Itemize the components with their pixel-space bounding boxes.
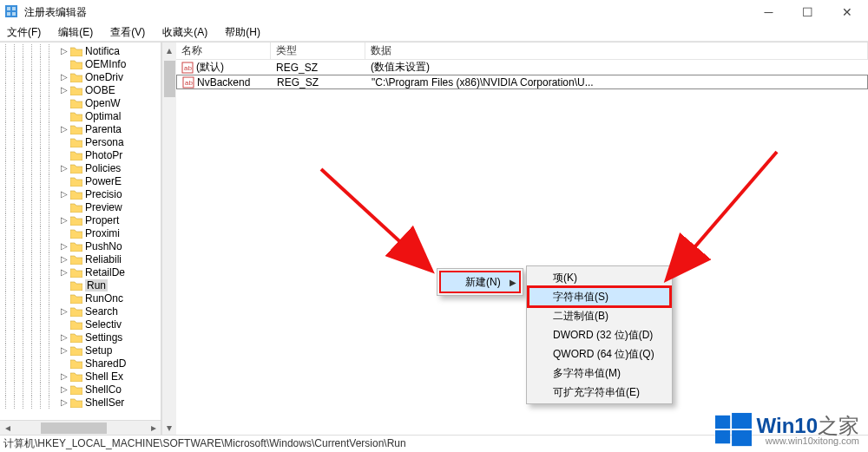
tree-item-shellco[interactable]: ▷ShellCo: [5, 383, 161, 396]
folder-icon: [70, 319, 82, 330]
tree-expander-icon[interactable]: [59, 176, 69, 186]
tree-expander-icon[interactable]: ▷: [59, 85, 69, 95]
submenu-item[interactable]: 多字符串值(M): [529, 364, 670, 383]
menu-file[interactable]: 文件(F): [3, 23, 44, 42]
tree-item-onedriv[interactable]: ▷OneDriv: [5, 70, 161, 83]
tree-expander-icon[interactable]: ▷: [59, 306, 69, 316]
tree-item-search[interactable]: ▷Search: [5, 305, 161, 318]
tree-expander-icon[interactable]: ▷: [59, 397, 69, 407]
tree-item-run[interactable]: Run: [5, 278, 161, 292]
tree-expander-icon[interactable]: ▷: [59, 72, 69, 82]
list-row[interactable]: NvBackendREG_SZ"C:\Program Files (x86)\N…: [176, 75, 868, 89]
tree-pane[interactable]: ▷NotificaOEMInfo▷OneDriv▷OOBEOpenWOptima…: [0, 43, 161, 435]
tree-expander-icon[interactable]: ▷: [59, 241, 69, 251]
tree-item-shell ex[interactable]: ▷Shell Ex: [5, 370, 161, 383]
value-name: (默认): [196, 60, 224, 75]
tree-expander-icon[interactable]: [59, 59, 69, 69]
tree-item-policies[interactable]: ▷Policies: [5, 161, 161, 174]
tree-expander-icon[interactable]: ▷: [59, 384, 69, 394]
tree-expander-icon[interactable]: ▷: [59, 124, 69, 134]
scroll-left-icon[interactable]: ◂: [0, 421, 15, 436]
tree-item-preview[interactable]: Preview: [5, 200, 161, 213]
submenu-item[interactable]: QWORD (64 位)值(Q): [529, 344, 670, 364]
tree-expander-icon[interactable]: [59, 293, 69, 303]
submenu-item[interactable]: 项(K): [529, 268, 670, 287]
maximize-button[interactable]: ☐: [788, 0, 827, 24]
submenu-item[interactable]: 可扩充字符串值(E): [529, 383, 670, 402]
tree-expander-icon[interactable]: [59, 319, 69, 329]
tree-item-retailde[interactable]: ▷RetailDe: [5, 265, 161, 278]
column-header-name[interactable]: 名称: [176, 43, 271, 59]
tree-expander-icon[interactable]: ▷: [59, 215, 69, 225]
menu-view[interactable]: 查看(V): [107, 23, 148, 42]
tree-expander-icon[interactable]: [59, 111, 69, 121]
h-scroll-thumb[interactable]: [41, 423, 107, 434]
tree-item-sharedd[interactable]: SharedD: [5, 357, 161, 370]
minimize-button[interactable]: ─: [749, 0, 788, 24]
tree-item-pushno[interactable]: ▷PushNo: [5, 239, 161, 252]
tree-item-persona[interactable]: Persona: [5, 135, 161, 148]
tree-item-runonc[interactable]: RunOnc: [5, 292, 161, 305]
column-header-data[interactable]: 数据: [365, 43, 868, 59]
tree-expander-icon[interactable]: ▷: [59, 345, 69, 355]
menu-help[interactable]: 帮助(H): [221, 23, 264, 42]
tree-item-optimal[interactable]: Optimal: [5, 109, 161, 122]
folder-icon: [70, 228, 82, 239]
submenu-item-label: 二进制值(B): [553, 309, 608, 324]
column-header-type[interactable]: 类型: [271, 43, 365, 59]
submenu-item[interactable]: 字符串值(S): [529, 287, 670, 306]
tree-item-settings[interactable]: ▷Settings: [5, 331, 161, 344]
menu-edit[interactable]: 编辑(E): [55, 23, 96, 42]
tree-item-label: Persona: [85, 136, 124, 148]
tree-item-notifica[interactable]: ▷Notifica: [5, 44, 161, 57]
tree-item-photopr[interactable]: PhotoPr: [5, 148, 161, 161]
list-pane[interactable]: 名称 类型 数据 (默认)REG_SZ(数值未设置)NvBackendREG_S…: [176, 43, 868, 435]
v-scroll-thumb[interactable]: [164, 61, 175, 97]
tree-expander-icon[interactable]: ▷: [59, 371, 69, 381]
tree-item-openw[interactable]: OpenW: [5, 96, 161, 109]
tree-item-reliabili[interactable]: ▷Reliabili: [5, 252, 161, 265]
menu-favorites[interactable]: 收藏夹(A): [159, 23, 211, 42]
close-button[interactable]: ✕: [827, 0, 866, 24]
tree-item-shellser[interactable]: ▷ShellSer: [5, 396, 161, 409]
tree-expander-icon[interactable]: ▷: [59, 332, 69, 342]
tree-expander-icon[interactable]: [59, 280, 69, 290]
submenu-item[interactable]: 二进制值(B): [529, 306, 670, 325]
tree-item-label: RunOnc: [85, 292, 123, 305]
tree-scrollbar-vertical[interactable]: ▴ ▾: [161, 43, 176, 435]
tree-expander-icon[interactable]: [59, 358, 69, 368]
list-row[interactable]: (默认)REG_SZ(数值未设置): [176, 60, 868, 75]
tree-expander-icon[interactable]: [59, 228, 69, 238]
tree-expander-icon[interactable]: [59, 150, 69, 160]
tree-expander-icon[interactable]: ▷: [59, 163, 69, 173]
tree-item-propert[interactable]: ▷Propert: [5, 213, 161, 226]
tree-item-parenta[interactable]: ▷Parenta: [5, 122, 161, 135]
tree-expander-icon[interactable]: [59, 202, 69, 212]
tree-expander-icon[interactable]: ▷: [59, 189, 69, 199]
folder-icon: [70, 371, 82, 382]
tree-item-oeminfo[interactable]: OEMInfo: [5, 57, 161, 70]
tree-item-label: Notifica: [85, 45, 120, 57]
tree-item-selectiv[interactable]: Selectiv: [5, 318, 161, 331]
scroll-up-icon[interactable]: ▴: [162, 43, 177, 57]
tree-item-proximi[interactable]: Proximi: [5, 226, 161, 239]
tree-item-powere[interactable]: PowerE: [5, 174, 161, 187]
tree-expander-icon[interactable]: ▷: [59, 46, 69, 56]
tree-expander-icon[interactable]: [59, 98, 69, 108]
context-menu-new[interactable]: 新建(N) ▶: [441, 272, 519, 292]
tree-item-oobe[interactable]: ▷OOBE: [5, 83, 161, 96]
tree-expander-icon[interactable]: ▷: [59, 254, 69, 264]
scroll-right-icon[interactable]: ▸: [146, 421, 161, 436]
submenu-item[interactable]: DWORD (32 位)值(D): [529, 325, 670, 344]
scroll-down-icon[interactable]: ▾: [162, 420, 177, 435]
tree-item-precisio[interactable]: ▷Precisio: [5, 187, 161, 200]
tree-expander-icon[interactable]: [59, 137, 69, 147]
tree-expander-icon[interactable]: ▷: [59, 267, 69, 277]
tree-item-label: Run: [85, 279, 108, 292]
value-type: REG_SZ: [271, 62, 365, 74]
watermark-title-suffix: 之家: [818, 414, 859, 437]
tree-scrollbar-horizontal[interactable]: ◂ ▸: [0, 420, 161, 435]
string-value-icon: [182, 76, 194, 88]
tree-item-setup[interactable]: ▷Setup: [5, 344, 161, 357]
folder-icon: [70, 72, 82, 82]
